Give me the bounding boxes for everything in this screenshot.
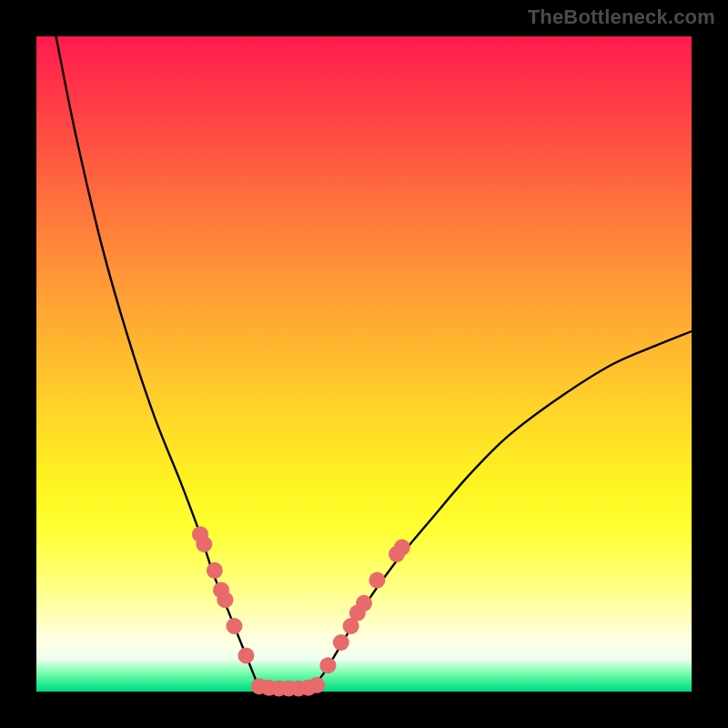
data-marker: [356, 595, 372, 612]
curve-layer: [36, 36, 692, 692]
watermark-text: TheBottleneck.com: [528, 5, 715, 29]
bottleneck-curve: [56, 36, 692, 690]
data-marker: [333, 634, 349, 651]
marker-layer: [192, 526, 410, 696]
data-marker: [217, 592, 233, 608]
data-marker: [369, 572, 385, 589]
data-marker: [238, 647, 254, 663]
data-marker: [226, 618, 242, 634]
chart-frame: TheBottleneck.com: [0, 0, 728, 728]
data-marker: [207, 562, 223, 579]
data-marker: [196, 536, 212, 552]
data-marker: [308, 677, 325, 693]
data-marker: [394, 540, 410, 556]
plot-area: [36, 36, 692, 692]
data-marker: [319, 657, 336, 673]
